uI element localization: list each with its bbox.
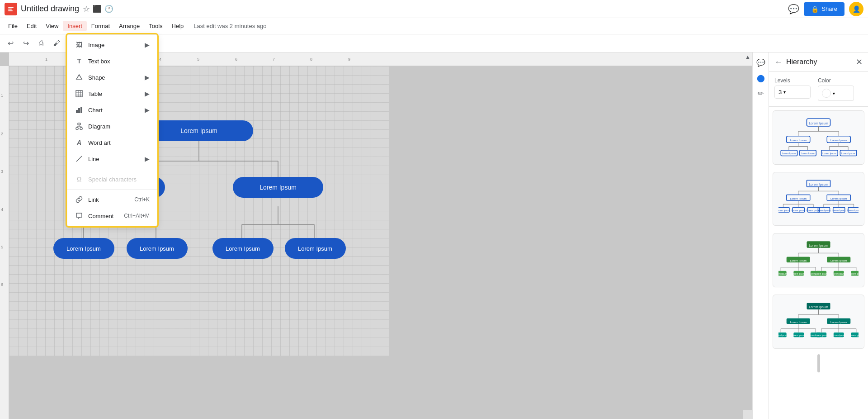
svg-text:Lorem Ipsum: Lorem Ipsum xyxy=(841,152,855,155)
menu-item-textbox[interactable]: T Text box xyxy=(67,53,157,69)
print-button[interactable]: ⎙ xyxy=(34,37,48,50)
panel-close-button[interactable]: ✕ xyxy=(856,57,863,67)
menu-item-line[interactable]: Line ▶ xyxy=(67,151,157,167)
svg-text:Lorem Ipsum: Lorem Ipsum xyxy=(790,197,807,200)
right-panel: ← Hierarchy ✕ Levels 3 ▾ Color ▾ xyxy=(769,52,868,419)
share-label: Share xyxy=(821,5,837,12)
ruler-left: 1 2 3 4 5 6 xyxy=(0,66,9,419)
svg-line-161 xyxy=(76,156,82,162)
paint-format-button[interactable]: 🖌 xyxy=(50,37,63,50)
svg-text:Lorem Ipsum: Lorem Ipsum xyxy=(792,209,805,212)
ruler-left-mark-2: 2 xyxy=(1,132,3,136)
org-chart-container: Lorem Ipsum Lorem Ipsum Lorem Ipsum Lore… xyxy=(9,80,389,351)
svg-text:Lorem Ipsum: Lorem Ipsum xyxy=(830,138,847,142)
link-shortcut: Ctrl+K xyxy=(134,196,150,203)
menu-item-chart[interactable]: Chart ▶ xyxy=(67,102,157,118)
menu-help[interactable]: Help xyxy=(167,21,189,31)
template-card-2[interactable]: Lorem Ipsum Lorem Ipsum Lorem Ipsum Lore… xyxy=(773,172,864,226)
panel-title: Hierarchy xyxy=(786,58,852,66)
svg-rect-3 xyxy=(8,10,13,11)
menu-item-wordart-label: Word art xyxy=(88,139,150,146)
svg-text:Lorem Ipsum: Lorem Ipsum xyxy=(809,243,828,248)
svg-text:Lorem Ipsum: Lorem Ipsum xyxy=(817,209,830,212)
menu-item-table[interactable]: Table ▶ xyxy=(67,86,157,102)
menu-item-shape[interactable]: Shape ▶ xyxy=(67,69,157,86)
menu-item-image[interactable]: 🖼 Image ▶ xyxy=(67,37,157,53)
svg-text:Lorem Ipsum: Lorem Ipsum xyxy=(809,121,828,125)
table-arrow-icon: ▶ xyxy=(145,90,150,97)
avatar[interactable]: 👤 xyxy=(849,2,863,16)
title-bar: Untitled drawing ☆ ⬛ 🕐 💬 🔒 Share 👤 xyxy=(0,0,868,18)
side-icon-2[interactable]: ⬤ xyxy=(755,71,767,84)
redo-button[interactable]: ↪ xyxy=(19,37,33,50)
chat-icon[interactable]: 💬 xyxy=(788,4,799,14)
svg-text:Lorem Ipsum: Lorem Ipsum xyxy=(778,273,787,276)
svg-rect-146 xyxy=(76,90,82,97)
svg-text:Lorem Ipsum: Lorem Ipsum xyxy=(832,209,845,212)
svg-text:Lorem Ipsum: Lorem Ipsum xyxy=(833,334,845,337)
lock-icon: 🔒 xyxy=(811,5,819,13)
node-top-text: Lorem Ipsum xyxy=(180,127,217,134)
menu-item-comment[interactable]: Comment Ctrl+Alt+M xyxy=(67,208,157,224)
node-mid-right-text: Lorem Ipsum xyxy=(259,184,297,191)
menu-tools[interactable]: Tools xyxy=(144,21,167,31)
menu-item-comment-label: Comment xyxy=(88,213,119,219)
template-card-4[interactable]: Lorem Ipsum Lorem Ipsum Lorem Ipsum Lore… xyxy=(773,295,864,349)
svg-rect-155 xyxy=(76,128,78,129)
ruler-left-mark-3: 3 xyxy=(1,169,3,174)
collapse-ruler-button[interactable]: ▲ xyxy=(743,52,752,62)
app-icon xyxy=(5,3,17,15)
menu-file[interactable]: File xyxy=(4,21,22,31)
menu-view[interactable]: View xyxy=(41,21,63,31)
ruler-mark-1: 1 xyxy=(45,57,47,62)
menu-item-chart-label: Chart xyxy=(88,107,140,114)
menu-item-link[interactable]: Link Ctrl+K xyxy=(67,191,157,208)
image-arrow-icon: ▶ xyxy=(145,41,150,48)
menu-arrange[interactable]: Arrange xyxy=(114,21,144,31)
template-2-preview: Lorem Ipsum Lorem Ipsum Lorem Ipsum Lore… xyxy=(778,178,859,220)
svg-text:Lorem Ipsum: Lorem Ipsum xyxy=(815,273,827,276)
svg-text:Lorem Ipsum: Lorem Ipsum xyxy=(833,273,845,276)
menu-item-wordart[interactable]: A Word art xyxy=(67,134,157,151)
svg-text:Lorem Ipsum: Lorem Ipsum xyxy=(782,152,796,155)
svg-rect-1 xyxy=(8,7,14,8)
svg-text:Lorem Ipsum: Lorem Ipsum xyxy=(790,138,807,142)
svg-marker-145 xyxy=(76,75,82,79)
color-dropdown-icon: ▾ xyxy=(833,91,835,96)
doc-title[interactable]: Untitled drawing xyxy=(21,4,79,14)
cloud-icon[interactable]: ⬛ xyxy=(93,5,102,13)
side-icon-1[interactable]: 💬 xyxy=(755,56,767,69)
undo-button[interactable]: ↩ xyxy=(4,37,17,50)
special-chars-icon: Ω xyxy=(75,175,84,184)
ruler-mark-9: 9 xyxy=(348,57,350,62)
svg-rect-152 xyxy=(78,108,80,113)
color-select[interactable]: ▾ xyxy=(818,86,854,101)
svg-text:Lorem Ipsum: Lorem Ipsum xyxy=(847,209,859,212)
menu-item-table-label: Table xyxy=(88,90,140,97)
template-3-preview: Lorem Ipsum Lorem Ipsum Lorem Ipsum Lore… xyxy=(778,239,859,281)
svg-text:Lorem Ipsum: Lorem Ipsum xyxy=(830,197,847,200)
levels-select[interactable]: 3 ▾ xyxy=(774,86,811,99)
menu-item-diagram[interactable]: Diagram xyxy=(67,118,157,134)
template-card-3[interactable]: Lorem Ipsum Lorem Ipsum Lorem Ipsum Lore… xyxy=(773,233,864,287)
menu-insert[interactable]: Insert xyxy=(63,21,87,31)
levels-dropdown-icon: ▾ xyxy=(783,90,786,95)
svg-text:Lorem Ipsum: Lorem Ipsum xyxy=(778,209,790,212)
link-icon xyxy=(75,195,84,204)
panel-back-button[interactable]: ← xyxy=(774,57,783,67)
history-icon[interactable]: 🕐 xyxy=(104,5,113,13)
side-icon-strip: 💬 ⬤ ✏ xyxy=(752,52,769,419)
menu-section-3: Link Ctrl+K Comment Ctrl+Alt+M xyxy=(67,189,157,226)
menu-bar: File Edit View Insert Format Arrange Too… xyxy=(0,18,868,34)
side-icon-3[interactable]: ✏ xyxy=(755,87,767,100)
menu-edit[interactable]: Edit xyxy=(22,21,41,31)
insert-dropdown-menu: 🖼 Image ▶ T Text box Shape ▶ Table ▶ xyxy=(67,34,157,226)
svg-rect-151 xyxy=(76,110,78,113)
share-button[interactable]: 🔒 Share xyxy=(804,2,844,16)
template-card-1[interactable]: Lorem Ipsum Lorem Ipsum Lorem Ipsum Lore… xyxy=(773,110,864,165)
ruler-mark-5: 5 xyxy=(197,57,199,62)
menu-item-textbox-label: Text box xyxy=(88,58,150,65)
line-arrow-icon: ▶ xyxy=(145,155,150,162)
star-icon[interactable]: ☆ xyxy=(83,4,90,14)
menu-format[interactable]: Format xyxy=(87,21,114,31)
